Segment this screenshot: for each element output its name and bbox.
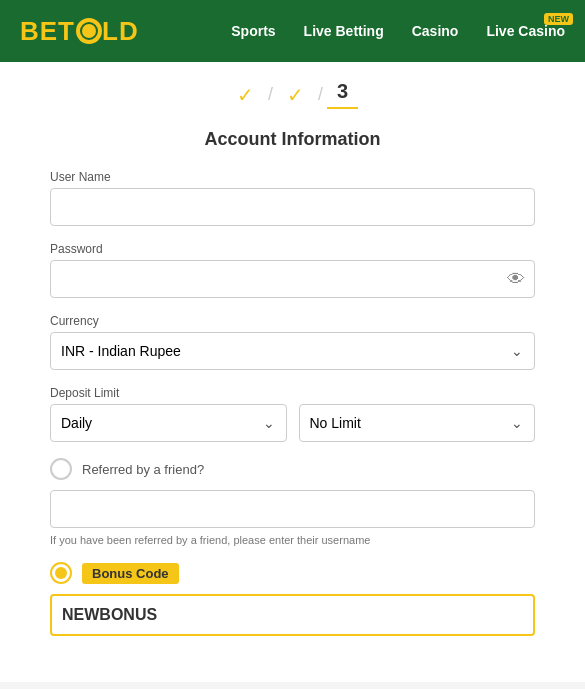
deposit-amount-wrapper: No Limit 100 500 1000 ⌄ [299, 404, 536, 442]
bonus-label: Bonus Code [82, 563, 179, 584]
deposit-amount-select[interactable]: No Limit 100 500 1000 [299, 404, 536, 442]
referral-input[interactable] [50, 490, 535, 528]
new-badge: NEW [544, 13, 573, 25]
referral-group: Referred by a friend? If you have been r… [50, 458, 535, 546]
logo-text-2: LD [102, 16, 139, 47]
step-3-number: 3 [327, 80, 358, 109]
header: BET LD Sports Live Betting Casino Live C… [0, 0, 585, 62]
divider-1: / [264, 84, 277, 105]
main-nav: Sports Live Betting Casino Live Casino N… [231, 23, 565, 39]
step-2-check: ✓ [277, 83, 314, 107]
currency-select-wrapper: INR - Indian Rupee USD - US Dollar EUR -… [50, 332, 535, 370]
bonus-radio[interactable] [50, 562, 72, 584]
divider-2: / [314, 84, 327, 105]
logo-text: BET [20, 16, 75, 47]
stepper: ✓ / ✓ / 3 [0, 62, 585, 119]
step-1-check: ✓ [227, 83, 264, 107]
logo-icon [76, 18, 102, 44]
password-group: Password 👁 [50, 242, 535, 298]
deposit-group: Deposit Limit Daily Weekly Monthly ⌄ No … [50, 386, 535, 442]
currency-select[interactable]: INR - Indian Rupee USD - US Dollar EUR -… [50, 332, 535, 370]
username-label: User Name [50, 170, 535, 184]
username-group: User Name [50, 170, 535, 226]
nav-live-casino[interactable]: Live Casino NEW [486, 23, 565, 39]
referral-radio-row: Referred by a friend? [50, 458, 535, 480]
nav-live-betting[interactable]: Live Betting [304, 23, 384, 39]
password-label: Password [50, 242, 535, 256]
username-input[interactable] [50, 188, 535, 226]
step-1: ✓ [227, 83, 264, 107]
deposit-row: Daily Weekly Monthly ⌄ No Limit 100 500 … [50, 404, 535, 442]
deposit-period-select[interactable]: Daily Weekly Monthly [50, 404, 287, 442]
step-3: 3 [327, 80, 358, 109]
nav-casino[interactable]: Casino [412, 23, 459, 39]
form-area: Account Information User Name Password 👁… [0, 119, 585, 682]
form-title: Account Information [50, 129, 535, 150]
bonus-group: Bonus Code [50, 562, 535, 636]
currency-group: Currency INR - Indian Rupee USD - US Dol… [50, 314, 535, 370]
bonus-code-input[interactable] [50, 594, 535, 636]
eye-icon[interactable]: 👁 [507, 269, 525, 290]
referral-radio-label: Referred by a friend? [82, 462, 204, 477]
referral-radio[interactable] [50, 458, 72, 480]
referral-hint: If you have been referred by a friend, p… [50, 534, 535, 546]
deposit-period-wrapper: Daily Weekly Monthly ⌄ [50, 404, 287, 442]
currency-label: Currency [50, 314, 535, 328]
logo: BET LD [20, 16, 139, 47]
password-wrapper: 👁 [50, 260, 535, 298]
password-input[interactable] [50, 260, 535, 298]
bonus-radio-row: Bonus Code [50, 562, 535, 584]
nav-sports[interactable]: Sports [231, 23, 275, 39]
deposit-label: Deposit Limit [50, 386, 535, 400]
step-2: ✓ [277, 83, 314, 107]
